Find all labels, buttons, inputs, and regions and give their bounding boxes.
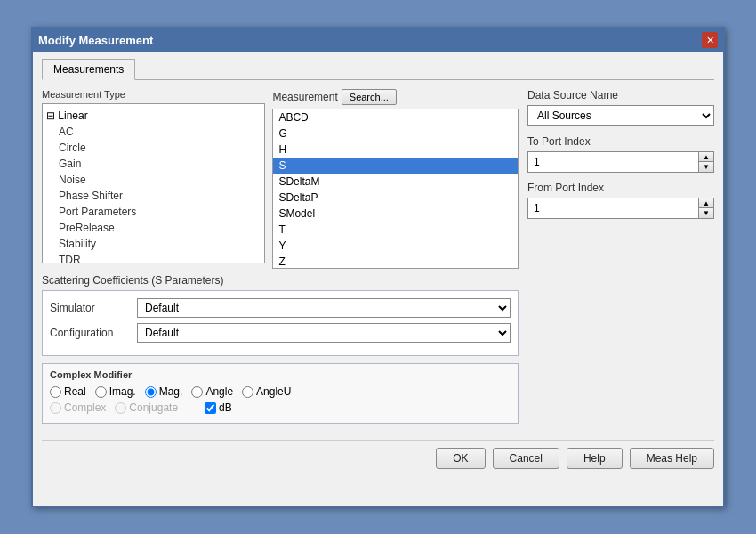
list-item-h[interactable]: H bbox=[273, 142, 518, 158]
radio-row-2: Complex Conjugate dB bbox=[50, 401, 511, 414]
from-port-spin-up[interactable]: ▲ bbox=[699, 198, 713, 208]
tree-root-linear[interactable]: ⊟ Linear bbox=[43, 108, 264, 124]
meas-help-button[interactable]: Meas Help bbox=[630, 448, 714, 469]
main-content: Measurement Type ⊟ Linear AC Circle Gain… bbox=[42, 89, 714, 431]
to-port-label: To Port Index bbox=[527, 135, 714, 148]
ok-button[interactable]: OK bbox=[436, 448, 485, 469]
from-port-spin-down[interactable]: ▼ bbox=[699, 208, 713, 218]
tree-item-gain[interactable]: Gain bbox=[43, 156, 264, 172]
tree-item-ac[interactable]: AC bbox=[43, 124, 264, 140]
measurement-box: Measurement Search... ABCD G H S SDeltaM… bbox=[272, 89, 519, 269]
list-item-s[interactable]: S bbox=[273, 158, 518, 174]
radio-conjugate[interactable]: Conjugate bbox=[115, 401, 178, 414]
list-item-g[interactable]: G bbox=[273, 125, 518, 142]
data-source-label: Data Source Name bbox=[527, 89, 714, 101]
right-panel: Data Source Name All Sources To Port Ind… bbox=[527, 89, 714, 431]
radio-imag[interactable]: Imag. bbox=[95, 385, 136, 398]
list-item-abcd[interactable]: ABCD bbox=[273, 109, 518, 125]
list-item-sdeltap[interactable]: SDeltaP bbox=[273, 190, 518, 206]
to-port-spin-up[interactable]: ▲ bbox=[699, 152, 713, 162]
to-port-input[interactable] bbox=[528, 153, 698, 171]
type-measurement-cols: Measurement Type ⊟ Linear AC Circle Gain… bbox=[42, 89, 519, 269]
measurement-label: Measurement bbox=[272, 91, 337, 103]
radio-mag[interactable]: Mag. bbox=[145, 385, 183, 398]
close-button[interactable]: ✕ bbox=[702, 32, 718, 48]
measurement-header-row: Measurement Search... bbox=[272, 89, 519, 105]
measurement-type-label: Measurement Type bbox=[42, 89, 265, 100]
from-port-input[interactable] bbox=[528, 199, 698, 217]
simulator-select[interactable]: Default bbox=[137, 298, 511, 318]
list-item-z[interactable]: Z bbox=[273, 254, 518, 269]
from-port-spin-buttons: ▲ ▼ bbox=[698, 198, 713, 218]
complex-modifier-box: Complex Modifier Real Imag. Mag. bbox=[42, 363, 519, 424]
radio-angleu[interactable]: AngleU bbox=[242, 385, 291, 398]
sim-config-box: Simulator Default Configuration Default bbox=[42, 290, 519, 356]
list-item-y[interactable]: Y bbox=[273, 238, 518, 254]
expand-icon: ⊟ bbox=[46, 109, 55, 122]
dialog: Modify Measurement ✕ Measurements Measur… bbox=[31, 27, 725, 507]
tree-item-noise[interactable]: Noise bbox=[43, 172, 264, 188]
tabs-bar: Measurements bbox=[42, 59, 714, 80]
radio-real[interactable]: Real bbox=[50, 385, 86, 398]
to-port-spin-down[interactable]: ▼ bbox=[699, 162, 713, 172]
dialog-title: Modify Measurement bbox=[38, 34, 153, 47]
checkbox-db[interactable]: dB bbox=[205, 401, 232, 414]
configuration-select[interactable]: Default bbox=[137, 323, 511, 343]
left-panel: Measurement Type ⊟ Linear AC Circle Gain… bbox=[42, 89, 519, 431]
tree-item-prerelease[interactable]: PreRelease bbox=[43, 220, 264, 236]
measurement-type-box: Measurement Type ⊟ Linear AC Circle Gain… bbox=[42, 89, 265, 269]
tree-item-circle[interactable]: Circle bbox=[43, 140, 264, 156]
help-button[interactable]: Help bbox=[567, 448, 623, 469]
tree-item-phase-shifter[interactable]: Phase Shifter bbox=[43, 188, 264, 204]
measurement-description: Scattering Coefficients (S Parameters) bbox=[42, 274, 519, 287]
list-item-sdeltam[interactable]: SDeltaM bbox=[273, 174, 518, 190]
simulator-label: Simulator bbox=[50, 302, 130, 314]
tree-item-stability[interactable]: Stability bbox=[43, 236, 264, 252]
tree-item-port-parameters[interactable]: Port Parameters bbox=[43, 204, 264, 220]
list-item-t[interactable]: T bbox=[273, 222, 518, 238]
tab-measurements[interactable]: Measurements bbox=[42, 59, 135, 80]
tree-item-tdr[interactable]: TDR bbox=[43, 252, 264, 263]
from-port-spinbox: ▲ ▼ bbox=[527, 198, 714, 219]
simulator-row: Simulator Default bbox=[50, 298, 511, 318]
cancel-button[interactable]: Cancel bbox=[493, 448, 559, 469]
configuration-label: Configuration bbox=[50, 327, 130, 339]
measurement-list[interactable]: ABCD G H S SDeltaM SDeltaP SModel T Y Z bbox=[272, 109, 519, 269]
configuration-row: Configuration Default bbox=[50, 323, 511, 343]
radio-angle[interactable]: Angle bbox=[191, 385, 233, 398]
dialog-body: Measurements Measurement Type ⊟ Linear A… bbox=[33, 52, 723, 478]
search-button[interactable]: Search... bbox=[342, 89, 397, 105]
footer-buttons: OK Cancel Help Meas Help bbox=[42, 440, 714, 469]
title-bar: Modify Measurement ✕ bbox=[33, 28, 723, 52]
radio-row-1: Real Imag. Mag. Angle bbox=[50, 385, 511, 398]
list-item-smodel[interactable]: SModel bbox=[273, 206, 518, 222]
from-port-label: From Port Index bbox=[527, 182, 714, 194]
to-port-spin-buttons: ▲ ▼ bbox=[698, 152, 713, 172]
data-source-select[interactable]: All Sources bbox=[527, 105, 714, 126]
measurement-type-list[interactable]: ⊟ Linear AC Circle Gain Noise Phase Shif… bbox=[42, 103, 265, 263]
to-port-spinbox: ▲ ▼ bbox=[527, 151, 714, 173]
radio-complex[interactable]: Complex bbox=[50, 401, 106, 414]
complex-modifier-label: Complex Modifier bbox=[50, 369, 511, 380]
